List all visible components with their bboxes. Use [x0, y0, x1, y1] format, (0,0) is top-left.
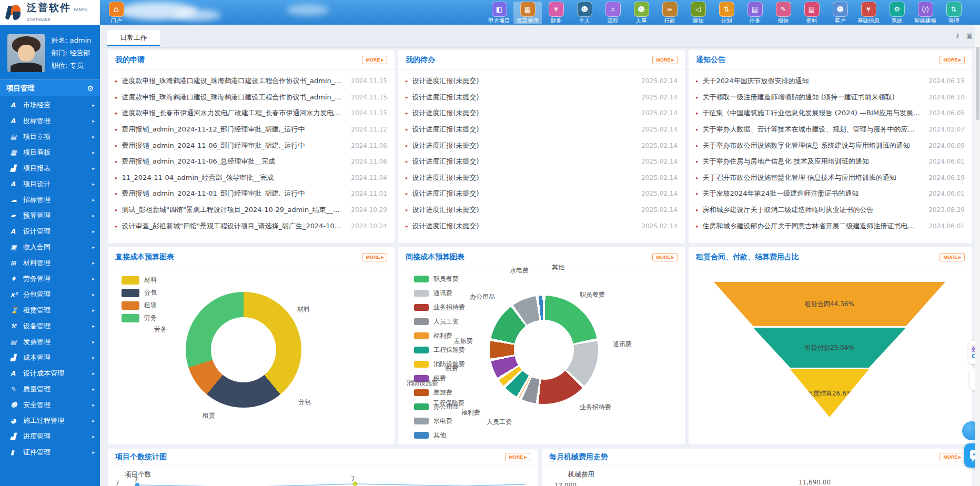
fullscreen-icon[interactable]: ▣	[966, 32, 973, 39]
list-item[interactable]: ▸关于举办大数据、云计算技术在城市建设、规划、管理与服务中的应用培训班...20…	[696, 122, 965, 138]
sidebar-item-label: 设备管理	[23, 321, 50, 331]
sidebar-item-design[interactable]: A设计管理▸	[0, 224, 100, 239]
list-item[interactable]: ▸住房和城乡建设部办公厅关于同意吉林省开展二级建造师注册证书电子化试点...20…	[696, 218, 965, 234]
tab-daily-work[interactable]: 日常工作	[107, 30, 160, 46]
sidebar-item-label: 劳务管理	[23, 274, 50, 284]
sidebar-item-project-report[interactable]: ▟项目报表▸	[0, 160, 100, 176]
list-item[interactable]: ▸设计审查_彭祖新城"四馆"景观工程设计项目_请选择_胡广生_2024-10-2…	[115, 218, 387, 234]
nav-item-workflow[interactable]: ⌗流程	[599, 2, 627, 24]
sidebar-item-quality[interactable]: ✎质量管理▸	[0, 381, 100, 397]
key-icon[interactable]: ⚷	[955, 32, 960, 39]
sidebar-item-material[interactable]: ⊞材料管理▸	[0, 255, 100, 271]
list-item[interactable]: ▸测试_彭祖新城"四馆"景观工程设计项目_2024-10-29_admin_结束…	[115, 202, 387, 218]
list-item[interactable]: ▸费用报销_admin_2024-11-12_部门经理审批_胡建,_运行中202…	[115, 122, 387, 138]
list-item[interactable]: ▸设计进度汇报(未提交)2025.02.14	[406, 170, 678, 186]
nav-item-base-info[interactable]: ¥基础信息	[854, 2, 883, 24]
nav-item-admin[interactable]: ≡行政	[655, 2, 684, 24]
sidebar-item-certificate[interactable]: ▮证件管理▸	[0, 444, 100, 460]
list-item[interactable]: ▸关于发放2024年第24批一级建造师注册证书的通知2024.06.01	[696, 186, 965, 202]
sidebar-item-label: 安全管理	[23, 400, 50, 410]
sidebar-item-board[interactable]: ▦项目看板▸	[0, 145, 100, 160]
list-item[interactable]: ▸房和城乡建设厅关于取消二级建造师临时执业证书的公告2023.08.29	[696, 202, 965, 218]
nav-item-hr[interactable]: ☻人事	[627, 2, 655, 24]
list-item[interactable]: ▸设计进度汇报(未提交)2025.02.14	[406, 73, 678, 89]
nav-item-plan[interactable]: ⇅计划	[712, 2, 741, 24]
sidebar-item-design-cost[interactable]: A设计成本管理▸	[0, 366, 100, 381]
more-button[interactable]: MORE	[939, 453, 965, 461]
list-item[interactable]: ▸设计进度汇报(未提交)2025.02.14	[406, 202, 678, 218]
nav-item-personal[interactable]: ☻个人	[570, 2, 599, 24]
sidebar-item-income-contract[interactable]: ▣收入合同▸	[0, 239, 100, 255]
list-item[interactable]: ▸设计进度汇报(未提交)2025.02.14	[406, 218, 678, 234]
scrollbar-thumb[interactable]	[976, 47, 979, 120]
list-item-date: 2025.02.14	[641, 109, 678, 117]
sidebar-item-equipment[interactable]: ⚒设备管理▸	[0, 318, 100, 334]
sidebar-item-bidding[interactable]: A投标管理▸	[0, 113, 100, 129]
list-item-text: 设计进度汇报(未提交)	[412, 205, 642, 215]
list-item[interactable]: ▸设计进度汇报(未提交)2025.02.14	[406, 154, 678, 170]
list-item[interactable]: ▸进度款申报_长春市伊通河水力发电厂改建工程_长春市伊通河水力发电...2024…	[115, 105, 387, 122]
sidebar-item-budget[interactable]: ▰预算管理▸	[0, 208, 100, 224]
sidebar-item-initiation[interactable]: ▤项目立项▸	[0, 129, 100, 145]
sidebar-item-tender[interactable]: ☁招标管理▸	[0, 192, 100, 208]
list-item[interactable]: ▸费用报销_admin_2024-11-06_总经理审批__完成2024.11.…	[115, 154, 387, 170]
list-item[interactable]: ▸设计进度汇报(未提交)2025.02.14	[406, 105, 678, 122]
nav-item-system[interactable]: ⚙系统	[883, 2, 911, 24]
sidebar-item-cost[interactable]: ▟成本管理▸	[0, 350, 100, 366]
nav-item-task[interactable]: ▤任务	[741, 2, 769, 24]
list-item-date: 2025.02.14	[641, 142, 678, 149]
nav-item-client-project[interactable]: ◧甲方项目	[485, 2, 513, 24]
list-item[interactable]: ▸费用报销_admin_2024-11-06_部门经理审批_胡建,_运行中202…	[115, 137, 387, 154]
list-item[interactable]: ▸关于2024年国庆节放假安排的通知2024.06.15	[696, 73, 965, 89]
list-item[interactable]: ▸进度款申报_珠海鹤港口建设_珠海鹤港口建设工程合作协议书_admin_...2…	[115, 73, 387, 89]
nav-item-project-mgmt[interactable]: ▦项目管理	[513, 2, 542, 24]
nav-item-modeling[interactable]: ⟨/⟩智能建模	[911, 2, 939, 24]
sidebar-item-labor[interactable]: ♦劳务管理▸	[0, 271, 100, 287]
sidebar-item-project-design[interactable]: A项目设计▸	[0, 176, 100, 192]
list-item[interactable]: ▸设计进度汇报(未提交)2025.02.14	[406, 186, 678, 202]
list-item-text: 关于举办市政公用设施数字化管理信息 系统建设与应用培训班的通知	[703, 141, 929, 150]
nav-item-customer[interactable]: ☻客户	[826, 2, 854, 24]
list-item[interactable]: ▸设计进度汇报(未提交)2025.02.14	[406, 122, 678, 138]
list-item[interactable]: ▸进度款申报_珠海鹤港口建设_珠海鹤港口建设工程合作协议书_admin_...2…	[115, 89, 387, 106]
chart-label: 材料	[297, 305, 310, 314]
sidebar-item-lease[interactable]: ⌛租赁管理▸	[0, 302, 100, 318]
sidebar-item-construction-process[interactable]: ◕施工过程管理▸	[0, 413, 100, 429]
nav-item-docs[interactable]: ▤资料	[797, 2, 826, 24]
more-button[interactable]: MORE	[652, 253, 678, 261]
nav-item-finance[interactable]: ¥财务	[542, 2, 570, 24]
list-item-date: 2025.02.14	[641, 222, 678, 230]
sidebar-item-invoice[interactable]: ▤发票管理▸	[0, 334, 100, 350]
topbar: ⌂ 门户 ◧甲方项目▦项目管理¥财务☻个人⌗流程☻人事≡行政◁通知⇅计划▤任务✎…	[0, 0, 980, 25]
sidebar-item-market[interactable]: A市场经营▸	[0, 97, 100, 113]
list-item[interactable]: ▸于征集《中国建筑施工行业信息化发展报告 (2024) —BIM应用与发展》材料…	[696, 105, 965, 122]
more-button[interactable]: MORE	[362, 56, 387, 64]
list-item[interactable]: ▸关于领取一级注册建造师增项贴的通知 (须持一建证书前来领取)2024.06.1…	[696, 89, 965, 106]
sidebar-item-schedule[interactable]: ▟进度管理▸	[0, 429, 100, 444]
sidebar-item-safety[interactable]: ☻安全管理▸	[0, 397, 100, 413]
chevron-right-icon: ▸	[92, 371, 95, 376]
list-item[interactable]: ▸费用报销_admin_2024-11-01_部门经理审批_胡建,_运行中202…	[115, 186, 387, 202]
more-button[interactable]: MORE	[939, 56, 965, 64]
legend-item: 人员工资	[414, 317, 465, 326]
nav-item-portal[interactable]: ⌂ 门户	[104, 2, 128, 24]
list-item[interactable]: ▸设计进度汇报(未提交)2025.02.14	[406, 137, 678, 154]
sidebar-item-label: 项目报表	[23, 164, 50, 173]
customers-icon: ☻	[833, 2, 848, 17]
more-button[interactable]: MORE	[362, 253, 387, 261]
list-item[interactable]: ▸11_2024-11-04_admin_经营部_领导审批__完成2024.11…	[115, 170, 387, 186]
nav-item-notice[interactable]: ◁通知	[684, 2, 712, 24]
sidebar-section-project-mgmt[interactable]: 项目管理 ⚙	[0, 80, 100, 96]
list-item[interactable]: ▸关于举办住房与房地产信息化 技术及应用培训班的通知2024.06.01	[696, 154, 965, 170]
sidebar-item-subcontract[interactable]: x²分包管理▸	[0, 287, 100, 302]
more-button[interactable]: MORE	[505, 453, 530, 461]
list-item[interactable]: ▸关于举办市政公用设施数字化管理信息 系统建设与应用培训班的通知2024.06.…	[696, 137, 965, 154]
nav-item-manage[interactable]: ⇅管理	[939, 2, 968, 24]
gear-icon[interactable]: ⚙	[87, 84, 94, 93]
more-button[interactable]: MORE	[652, 56, 678, 64]
nav-item-report[interactable]: ✎报告	[769, 2, 797, 24]
list-item[interactable]: ▸设计进度汇报(未提交)2025.02.14	[406, 89, 678, 106]
list-item[interactable]: ▸关于召开市政公用设施智慧化管理 信息技术与应用培训班的通知2024.06.19	[696, 170, 965, 186]
bullet-icon: ▸	[406, 127, 408, 132]
more-button[interactable]: MORE	[939, 253, 965, 261]
